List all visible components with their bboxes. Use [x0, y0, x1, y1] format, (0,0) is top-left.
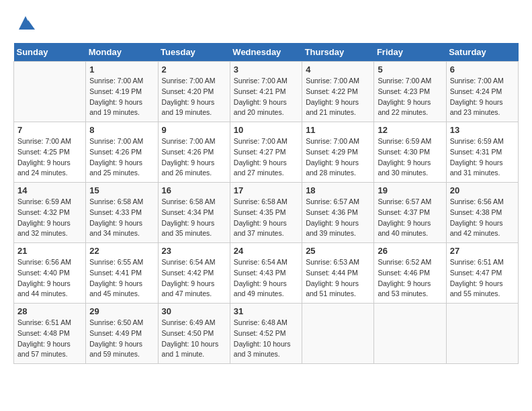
calendar-cell: 28Sunrise: 6:51 AMSunset: 4:48 PMDayligh… [14, 304, 86, 364]
day-info: Sunrise: 6:54 AMSunset: 4:42 PMDaylight:… [162, 257, 226, 300]
day-info: Sunrise: 7:00 AMSunset: 4:27 PMDaylight:… [234, 136, 298, 179]
calendar-cell: 15Sunrise: 6:58 AMSunset: 4:33 PMDayligh… [86, 183, 158, 243]
calendar-cell: 11Sunrise: 7:00 AMSunset: 4:29 PMDayligh… [302, 122, 374, 183]
calendar-cell [302, 304, 374, 364]
day-info: Sunrise: 7:00 AMSunset: 4:21 PMDaylight:… [234, 76, 298, 118]
day-number: 23 [162, 246, 226, 256]
calendar-cell: 1Sunrise: 7:00 AMSunset: 4:19 PMDaylight… [86, 62, 158, 122]
day-number: 5 [378, 64, 442, 75]
day-info: Sunrise: 6:56 AMSunset: 4:38 PMDaylight:… [450, 197, 515, 239]
weekday-header-wednesday: Wednesday [230, 43, 302, 62]
day-info: Sunrise: 6:48 AMSunset: 4:52 PMDaylight:… [234, 318, 298, 360]
day-info: Sunrise: 6:53 AMSunset: 4:44 PMDaylight:… [306, 257, 370, 300]
calendar-cell: 22Sunrise: 6:55 AMSunset: 4:41 PMDayligh… [86, 243, 158, 304]
calendar-cell: 25Sunrise: 6:53 AMSunset: 4:44 PMDayligh… [302, 243, 374, 304]
calendar-cell: 5Sunrise: 7:00 AMSunset: 4:23 PMDaylight… [374, 62, 446, 122]
calendar-cell: 30Sunrise: 6:49 AMSunset: 4:50 PMDayligh… [158, 304, 230, 364]
day-number: 8 [89, 125, 154, 135]
day-number: 24 [234, 246, 298, 256]
day-number: 12 [378, 125, 442, 135]
calendar-cell: 21Sunrise: 6:56 AMSunset: 4:40 PMDayligh… [14, 243, 86, 304]
day-number: 2 [162, 64, 226, 75]
day-number: 18 [306, 185, 370, 195]
week-row-3: 14Sunrise: 6:59 AMSunset: 4:32 PMDayligh… [14, 183, 519, 243]
calendar-cell: 13Sunrise: 6:59 AMSunset: 4:31 PMDayligh… [446, 122, 518, 183]
day-number: 10 [234, 125, 298, 135]
day-number: 4 [306, 64, 370, 75]
calendar-cell: 26Sunrise: 6:52 AMSunset: 4:46 PMDayligh… [374, 243, 446, 304]
calendar-cell: 6Sunrise: 7:00 AMSunset: 4:24 PMDaylight… [446, 62, 518, 122]
day-number: 25 [306, 246, 370, 256]
day-info: Sunrise: 7:00 AMSunset: 4:24 PMDaylight:… [450, 76, 515, 118]
weekday-header-saturday: Saturday [446, 43, 518, 62]
calendar-cell [446, 304, 518, 364]
calendar-cell: 27Sunrise: 6:51 AMSunset: 4:47 PMDayligh… [446, 243, 518, 304]
calendar-cell: 24Sunrise: 6:54 AMSunset: 4:43 PMDayligh… [230, 243, 302, 304]
day-info: Sunrise: 7:00 AMSunset: 4:20 PMDaylight:… [162, 76, 226, 118]
logo-icon [16, 13, 35, 32]
day-info: Sunrise: 7:00 AMSunset: 4:26 PMDaylight:… [162, 136, 226, 179]
day-info: Sunrise: 7:00 AMSunset: 4:22 PMDaylight:… [306, 76, 370, 118]
calendar-cell: 10Sunrise: 7:00 AMSunset: 4:27 PMDayligh… [230, 122, 302, 183]
day-info: Sunrise: 7:00 AMSunset: 4:23 PMDaylight:… [378, 76, 442, 118]
calendar-cell: 19Sunrise: 6:57 AMSunset: 4:37 PMDayligh… [374, 183, 446, 243]
day-number: 21 [17, 246, 82, 256]
day-number: 1 [89, 64, 154, 75]
day-info: Sunrise: 6:58 AMSunset: 4:33 PMDaylight:… [89, 197, 154, 239]
weekday-header-sunday: Sunday [14, 43, 86, 62]
day-info: Sunrise: 7:00 AMSunset: 4:25 PMDaylight:… [17, 136, 82, 179]
day-info: Sunrise: 7:00 AMSunset: 4:26 PMDaylight:… [89, 136, 154, 179]
calendar-cell: 2Sunrise: 7:00 AMSunset: 4:20 PMDaylight… [158, 62, 230, 122]
day-info: Sunrise: 6:59 AMSunset: 4:31 PMDaylight:… [450, 136, 515, 179]
day-number: 11 [306, 125, 370, 135]
day-info: Sunrise: 6:49 AMSunset: 4:50 PMDaylight:… [162, 318, 226, 360]
day-number: 30 [162, 306, 226, 316]
week-row-2: 7Sunrise: 7:00 AMSunset: 4:25 PMDaylight… [14, 122, 519, 183]
day-info: Sunrise: 6:52 AMSunset: 4:46 PMDaylight:… [378, 257, 442, 300]
day-info: Sunrise: 6:58 AMSunset: 4:34 PMDaylight:… [162, 197, 226, 239]
weekday-header-row: SundayMondayTuesdayWednesdayThursdayFrid… [14, 43, 519, 62]
calendar-cell: 29Sunrise: 6:50 AMSunset: 4:49 PMDayligh… [86, 304, 158, 364]
calendar-cell: 8Sunrise: 7:00 AMSunset: 4:26 PMDaylight… [86, 122, 158, 183]
page-header [13, 13, 519, 32]
week-row-1: 1Sunrise: 7:00 AMSunset: 4:19 PMDaylight… [14, 62, 519, 122]
day-info: Sunrise: 6:57 AMSunset: 4:36 PMDaylight:… [306, 197, 370, 239]
day-info: Sunrise: 6:59 AMSunset: 4:32 PMDaylight:… [17, 197, 82, 239]
day-number: 16 [162, 185, 226, 195]
weekday-header-monday: Monday [86, 43, 158, 62]
day-number: 7 [17, 125, 82, 135]
logo [13, 13, 35, 32]
calendar-cell: 16Sunrise: 6:58 AMSunset: 4:34 PMDayligh… [158, 183, 230, 243]
day-number: 28 [17, 306, 82, 316]
day-info: Sunrise: 6:58 AMSunset: 4:35 PMDaylight:… [234, 197, 298, 239]
day-info: Sunrise: 6:51 AMSunset: 4:47 PMDaylight:… [450, 257, 515, 300]
weekday-header-tuesday: Tuesday [158, 43, 230, 62]
calendar-cell: 4Sunrise: 7:00 AMSunset: 4:22 PMDaylight… [302, 62, 374, 122]
calendar-cell [14, 62, 86, 122]
calendar-table: SundayMondayTuesdayWednesdayThursdayFrid… [13, 43, 519, 364]
week-row-4: 21Sunrise: 6:56 AMSunset: 4:40 PMDayligh… [14, 243, 519, 304]
day-number: 15 [89, 185, 154, 195]
day-info: Sunrise: 6:54 AMSunset: 4:43 PMDaylight:… [234, 257, 298, 300]
calendar-cell: 17Sunrise: 6:58 AMSunset: 4:35 PMDayligh… [230, 183, 302, 243]
day-info: Sunrise: 7:00 AMSunset: 4:29 PMDaylight:… [306, 136, 370, 179]
day-info: Sunrise: 6:50 AMSunset: 4:49 PMDaylight:… [89, 318, 154, 360]
calendar-cell [374, 304, 446, 364]
day-info: Sunrise: 6:55 AMSunset: 4:41 PMDaylight:… [89, 257, 154, 300]
calendar-cell: 23Sunrise: 6:54 AMSunset: 4:42 PMDayligh… [158, 243, 230, 304]
weekday-header-thursday: Thursday [302, 43, 374, 62]
day-info: Sunrise: 6:56 AMSunset: 4:40 PMDaylight:… [17, 257, 82, 300]
calendar-cell: 12Sunrise: 6:59 AMSunset: 4:30 PMDayligh… [374, 122, 446, 183]
day-number: 19 [378, 185, 442, 195]
calendar-cell: 31Sunrise: 6:48 AMSunset: 4:52 PMDayligh… [230, 304, 302, 364]
day-number: 6 [450, 64, 515, 75]
day-number: 3 [234, 64, 298, 75]
day-number: 13 [450, 125, 515, 135]
week-row-5: 28Sunrise: 6:51 AMSunset: 4:48 PMDayligh… [14, 304, 519, 364]
calendar-cell: 9Sunrise: 7:00 AMSunset: 4:26 PMDaylight… [158, 122, 230, 183]
calendar-cell: 14Sunrise: 6:59 AMSunset: 4:32 PMDayligh… [14, 183, 86, 243]
day-info: Sunrise: 6:57 AMSunset: 4:37 PMDaylight:… [378, 197, 442, 239]
day-number: 29 [89, 306, 154, 316]
day-number: 31 [234, 306, 298, 316]
calendar-cell: 3Sunrise: 7:00 AMSunset: 4:21 PMDaylight… [230, 62, 302, 122]
